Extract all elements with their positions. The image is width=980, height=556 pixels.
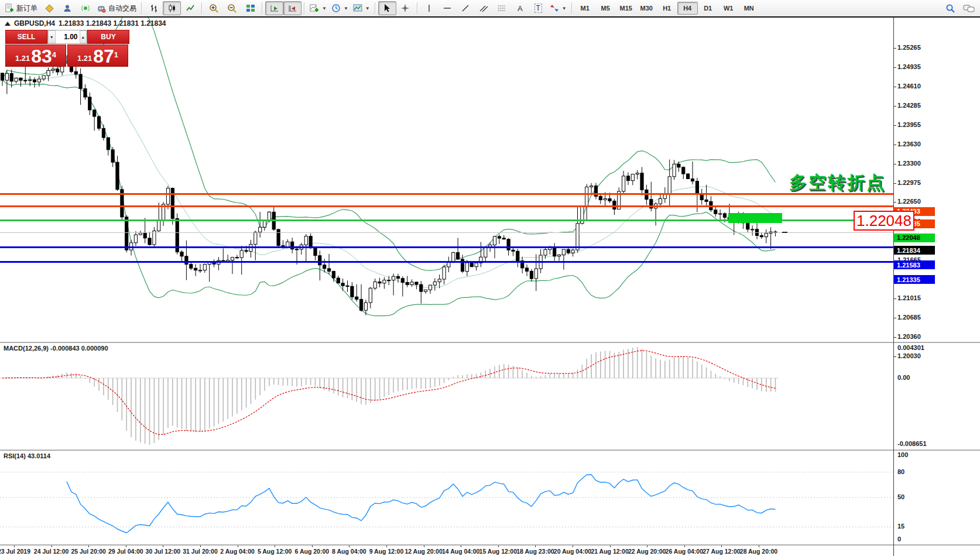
green-highlight-rectangle[interactable] [728,213,782,223]
time-tick-label: 15 Aug 12:00 [479,548,517,555]
toolbar-separator [141,2,142,14]
time-tick-mark [721,545,722,547]
time-tick-mark [610,545,611,547]
tab-timeframe-M1[interactable]: M1 [575,2,595,15]
bar-chart-icon [149,4,159,13]
buy-quote-tile[interactable]: 1.21 87 1 [67,44,128,67]
chart-shift-button[interactable] [283,1,301,15]
horizontal-line-tool[interactable] [438,1,457,15]
trendline-tool[interactable] [457,1,475,15]
buy-price-big: 87 [93,47,114,65]
signal-icon [81,4,90,13]
volume-input[interactable] [56,30,80,43]
time-tick-label: 5 Aug 12:00 [258,548,292,555]
level-line-1.21583[interactable] [0,246,893,248]
price-level-label: 1.21834 [894,246,935,255]
text-tool[interactable]: A [511,1,529,15]
tab-timeframe-M5[interactable]: M5 [595,2,616,15]
price-callout-box[interactable]: 1.22048 [854,211,914,231]
search-button[interactable] [941,1,960,15]
metaeditor-button[interactable] [40,1,58,15]
sell-price-small: 1.21 [15,52,30,65]
chart-bars-button[interactable] [145,1,163,15]
macd-label: MACD(12,26,9) -0.000843 0.000090 [4,345,108,352]
time-axis[interactable]: 23 Jul 201924 Jul 12:0025 Jul 20:0029 Ju… [0,545,980,556]
price-tick-label: 1.24285 [897,102,921,109]
auto-scroll-button[interactable] [265,1,283,15]
time-tick-label: 26 Aug 04:00 [666,548,703,555]
buy-button[interactable]: BUY [87,30,129,44]
time-tick-mark [498,545,499,547]
chat-button[interactable] [960,1,978,15]
new-order-button[interactable]: 新订单 [2,1,40,15]
macd-panel[interactable]: MACD(12,26,9) -0.000843 0.000090 [0,343,980,449]
symbol-header: GBPUSD,H4 1.21833 1.21843 1.21831 1.2183… [5,19,166,28]
tab-timeframe-M15[interactable]: M15 [616,2,636,15]
axis-tick-mark [893,164,896,164]
pivot-annotation[interactable]: 多空转折点 [789,171,886,195]
text-label-tool[interactable]: T [529,1,547,15]
collapse-icon[interactable] [5,22,11,26]
price-tick-label: 1.23955 [897,121,921,128]
time-tick-label: 20 Aug 04:00 [554,548,591,555]
arrows-tool[interactable]: ▼ [547,1,569,15]
clock-icon [331,4,341,13]
template-icon [353,4,362,13]
level-line-1.21834[interactable] [0,232,893,233]
time-tick-mark [461,545,461,547]
price-axis-border [893,18,894,556]
level-line-1.21335[interactable] [0,261,893,263]
time-tick-label: 14 Aug 04:00 [442,548,479,555]
zoom-out-button[interactable] [223,1,241,15]
tile-windows-button[interactable] [241,1,259,15]
price-tick-label: 1.23300 [897,160,921,167]
main-price-panel[interactable]: GBPUSD,H4 1.21833 1.21843 1.21831 1.2183… [0,18,980,342]
level-line-1.22285[interactable] [0,205,893,207]
tab-timeframe-H4[interactable]: H4 [677,2,698,15]
rsi-tick-label: 80 [897,468,904,475]
crosshair-button[interactable] [396,1,414,15]
auto-scroll-icon [269,4,279,13]
zoom-in-button[interactable] [205,1,223,15]
tab-timeframe-MN[interactable]: MN [739,2,759,15]
indicators-button[interactable]: ▼ [307,1,329,15]
chat-icon [963,4,975,13]
sell-quote-tile[interactable]: 1.21 83 4 [5,44,66,67]
level-line-1.22493[interactable] [0,193,893,195]
tab-timeframe-W1[interactable]: W1 [718,2,739,15]
time-tick-label: 12 Aug 20:00 [405,548,442,555]
chart-candles-button[interactable] [163,1,181,15]
templates-button[interactable]: ▼ [351,1,372,15]
macd-tick-label: 0.00 [897,374,910,381]
tab-timeframe-D1[interactable]: D1 [698,2,718,15]
buy-price-small: 1.21 [77,52,92,65]
vertical-line-tool[interactable] [420,1,438,15]
fibonacci-tool[interactable] [493,1,511,15]
axis-tick-mark [893,67,896,68]
toolbar-separator [375,2,376,14]
sell-button[interactable]: SELL [5,30,47,44]
time-tick-mark [647,545,647,547]
chart-line-button[interactable] [181,1,199,15]
time-tick-mark [52,545,52,547]
price-tick-label: 1.24610 [897,83,921,90]
time-tick-label: 2 Aug 04:00 [220,548,255,555]
signals-button[interactable] [76,1,94,15]
axis-tick-mark [893,183,896,184]
axis-tick-mark [893,318,896,318]
autotrading-button[interactable]: 自动交易 [94,1,139,15]
community-person-icon [63,4,72,13]
channel-tool[interactable] [475,1,493,15]
tab-timeframe-H1[interactable]: H1 [657,2,677,15]
cursor-button[interactable] [378,1,396,15]
time-tick-label: 6 Aug 20:00 [295,548,330,555]
candlestick-plot [0,18,893,342]
periods-button[interactable]: ▼ [329,1,351,15]
rsi-panel[interactable]: RSI(14) 43.0114 [0,451,980,544]
volume-up-button[interactable]: ▲ [80,30,87,43]
price-tick-label: 1.24935 [897,63,921,70]
rsi-tick-label: 50 [897,493,904,500]
volume-down-button[interactable]: ▼ [48,30,56,43]
tab-timeframe-M30[interactable]: M30 [636,2,657,15]
community-button[interactable] [58,1,76,15]
